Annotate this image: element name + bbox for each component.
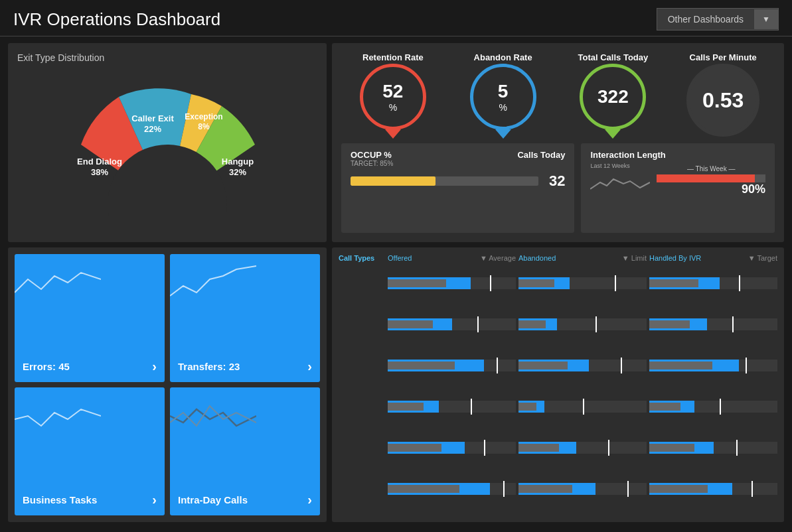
bullet-track: [649, 401, 777, 413]
bullet-table-row: [339, 387, 777, 425]
bullet-track: [388, 360, 516, 371]
transfers-sparkline: [170, 259, 256, 306]
total-calls-circle: 322: [580, 64, 646, 130]
bullet-table-row: [339, 347, 777, 385]
abandon-rate-bubble: Abandon Rate 5 %: [451, 52, 555, 130]
cpm-label: Calls Per Minute: [690, 52, 757, 62]
interaction-title: Interaction Length: [590, 150, 765, 160]
last12-sparkline: [590, 169, 650, 196]
bullet-table-row: [339, 429, 777, 466]
business-sparkline: [15, 393, 101, 439]
business-tasks-label: Business Tasks: [23, 494, 97, 505]
col-header-handled: Handled By IVR: [649, 254, 701, 262]
main-content: Exit Type Distribution End Dialog 38% Ca…: [0, 36, 792, 529]
calls-per-minute-bubble: Calls Per Minute 0.53: [671, 52, 775, 137]
bullet-table-row: [339, 470, 777, 507]
cpm-circle: 0.53: [686, 64, 759, 137]
this-week-track: [657, 174, 765, 182]
dashboard-dropdown[interactable]: Other Dashboards ▼: [657, 8, 779, 31]
bullet-table-row: [339, 265, 777, 302]
bullet-chart-panel: Call Types Offered ▼ Average Abandoned ▼…: [332, 247, 784, 522]
bullet-track: [649, 318, 777, 330]
business-tasks-tile[interactable]: Business Tasks ›: [15, 387, 165, 515]
last12-label: Last 12 Weeks: [590, 163, 650, 169]
bullet-track: [388, 483, 516, 495]
col-header-abandoned: Abandoned: [518, 254, 556, 262]
bullet-rows: [339, 265, 777, 507]
errors-tile[interactable]: Errors: 45 ›: [15, 254, 165, 382]
intraday-sparkline: [170, 393, 256, 439]
col-header-target: ▼ Target: [748, 254, 777, 262]
bullet-track: [388, 277, 516, 289]
occup-bar-fill: [351, 176, 436, 186]
metrics-panel: Retention Rate 52 % Abandon Rate 5 % Tot…: [332, 43, 784, 242]
bullet-track: [518, 318, 647, 330]
calls-today-value: 32: [545, 172, 565, 190]
label-end-dialog: End Dialog: [77, 157, 122, 166]
col-header-calltypes: Call Types: [339, 254, 385, 262]
transfers-arrow-icon: ›: [307, 359, 312, 374]
errors-sparkline: [15, 259, 101, 306]
occup-bar-track: [351, 176, 538, 186]
bullet-track: [649, 442, 777, 454]
transfers-bottom: Transfers: 23 ›: [178, 359, 312, 374]
retention-value: 52: [382, 81, 403, 102]
bullet-table-row: [339, 306, 777, 344]
business-tasks-bottom: Business Tasks ›: [23, 492, 157, 507]
header: IVR Operations Dashboard Other Dashboard…: [0, 0, 792, 36]
abandon-value: 5: [498, 81, 509, 102]
bullet-track: [649, 360, 777, 371]
interaction-row: Last 12 Weeks — This Week — 90%: [590, 163, 765, 198]
exit-donut-svg: End Dialog 38% Caller Exit 22% Exception…: [41, 72, 293, 218]
transfers-label: Transfers: 23: [178, 361, 240, 372]
stats-row: OCCUP % TARGET: 85% Calls Today 32: [341, 143, 775, 233]
bullet-track: [518, 277, 647, 289]
cpm-value: 0.53: [702, 88, 744, 113]
pct-end-dialog: 38%: [91, 167, 108, 177]
abandon-circle: 5 %: [470, 64, 536, 130]
intra-day-tile[interactable]: Intra-Day Calls ›: [170, 387, 320, 515]
bullet-track: [649, 483, 777, 495]
interaction-pct-value: 90%: [657, 182, 765, 196]
abandon-label: Abandon Rate: [474, 52, 532, 62]
total-calls-bubble: Total Calls Today 322: [562, 52, 665, 130]
bullet-track: [388, 401, 516, 413]
this-week-fill: [657, 174, 754, 182]
intra-day-arrow-icon: ›: [307, 492, 312, 507]
col-header-offered: Offered: [388, 254, 412, 262]
col-header-handled-group: Handled By IVR ▼ Target: [649, 254, 777, 262]
bullet-track: [518, 360, 647, 371]
label-caller-exit: Caller Exit: [131, 113, 174, 123]
occup-box: OCCUP % TARGET: 85% Calls Today 32: [341, 143, 574, 233]
bullet-header: Call Types Offered ▼ Average Abandoned ▼…: [339, 254, 777, 262]
exit-distribution-panel: Exit Type Distribution End Dialog 38% Ca…: [8, 43, 327, 242]
total-calls-value: 322: [597, 86, 629, 107]
label-exception: Exception: [185, 112, 222, 121]
errors-bottom: Errors: 45 ›: [23, 359, 157, 374]
dropdown-arrow-icon: ▼: [754, 9, 778, 29]
bubbles-row: Retention Rate 52 % Abandon Rate 5 % Tot…: [341, 52, 775, 137]
label-hangup: Hangup: [222, 157, 254, 166]
errors-arrow-icon: ›: [152, 359, 157, 374]
col-header-offered-group: Offered ▼ Average: [388, 254, 516, 262]
retention-label: Retention Rate: [362, 52, 424, 62]
retention-unit: %: [389, 102, 397, 113]
tiles-panel: Errors: 45 › Transfers: 23 › Business Ta…: [8, 247, 327, 522]
occup-bar-container: 32: [351, 172, 565, 190]
total-calls-label: Total Calls Today: [578, 52, 649, 62]
this-week-label: — This Week —: [657, 165, 765, 172]
exit-panel-title: Exit Type Distribution: [17, 52, 317, 63]
page-title: IVR Operations Dashboard: [13, 9, 220, 30]
bullet-track: [388, 442, 516, 454]
intra-day-label: Intra-Day Calls: [178, 494, 248, 505]
bullet-track: [518, 483, 647, 495]
transfers-tile[interactable]: Transfers: 23 ›: [170, 254, 320, 382]
pct-hangup: 32%: [229, 167, 246, 177]
abandon-unit: %: [499, 102, 507, 113]
occup-title: OCCUP %: [351, 150, 393, 160]
bullet-track: [649, 277, 777, 289]
interaction-box: Interaction Length Last 12 Weeks — This …: [581, 143, 775, 233]
pct-exception: 8%: [198, 122, 210, 131]
bullet-track: [518, 401, 647, 413]
bullet-track: [388, 318, 516, 330]
